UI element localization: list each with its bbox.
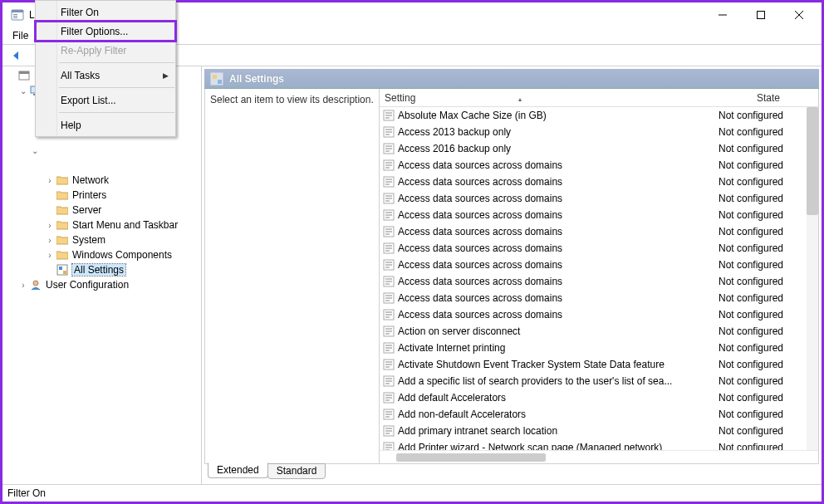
list-item[interactable]: Absolute Max Cache Size (in GB)Not confi… <box>380 107 818 124</box>
tree-all-settings[interactable]: All Settings <box>4 262 199 277</box>
collapse-icon[interactable]: ⌄ <box>29 146 41 155</box>
list-item[interactable]: Access data sources across domainsNot co… <box>380 207 818 223</box>
tree-windows-components[interactable]: › Windows Components <box>4 247 199 262</box>
setting-state: Not configured <box>719 276 818 287</box>
setting-name: Access data sources across domains <box>398 259 719 271</box>
list-item[interactable]: Access data sources across domainsNot co… <box>380 290 818 306</box>
expand-icon[interactable]: › <box>44 236 56 245</box>
tree-user-config[interactable]: › User Configuration <box>4 277 199 292</box>
back-button[interactable] <box>7 47 24 64</box>
expand-icon[interactable]: › <box>17 281 29 290</box>
setting-state: Not configured <box>719 259 818 271</box>
tree-system[interactable]: › System <box>4 232 199 247</box>
list-item[interactable]: Add a specific list of search providers … <box>380 373 818 389</box>
list-item[interactable]: Access data sources across domainsNot co… <box>380 190 818 207</box>
menu-context-help[interactable]: Help <box>36 115 175 135</box>
setting-state: Not configured <box>719 375 818 387</box>
maximize-button[interactable] <box>742 3 780 27</box>
folder-icon <box>56 248 69 262</box>
setting-state: Not configured <box>719 193 818 204</box>
expand-icon[interactable]: › <box>44 251 56 260</box>
col-state[interactable]: State <box>719 91 818 105</box>
horizontal-scrollbar[interactable] <box>380 450 818 463</box>
list-item[interactable]: Activate Shutdown Event Tracker System S… <box>380 356 818 373</box>
list-item[interactable]: Access data sources across domainsNot co… <box>380 257 818 273</box>
policy-icon <box>17 69 31 82</box>
menu-filter-options[interactable]: Filter Options... <box>36 22 175 41</box>
policy-item-icon <box>383 392 395 404</box>
tree-start-menu[interactable]: › Start Menu and Taskbar <box>4 218 199 232</box>
svg-rect-18 <box>213 75 217 79</box>
setting-state: Not configured <box>719 226 818 237</box>
list-item[interactable]: Access 2013 backup onlyNot configured <box>380 124 818 140</box>
list-item[interactable]: Access data sources across domainsNot co… <box>380 157 818 174</box>
policy-item-icon <box>383 309 395 321</box>
vertical-scrollbar[interactable] <box>807 107 818 450</box>
list-item[interactable]: Activate Internet printingNot configured <box>380 340 818 356</box>
setting-name: Access data sources across domains <box>398 226 719 237</box>
policy-item-icon <box>383 259 395 271</box>
list-item[interactable]: Action on server disconnectNot configure… <box>380 323 818 340</box>
app-icon <box>11 8 24 22</box>
svg-rect-1 <box>12 10 23 12</box>
setting-name: Access data sources across domains <box>398 159 719 171</box>
list-item[interactable]: Access data sources across domainsNot co… <box>380 240 818 257</box>
policy-item-icon <box>383 359 395 370</box>
svg-rect-2 <box>13 14 17 15</box>
policy-item-icon <box>383 292 395 304</box>
svg-rect-14 <box>59 267 62 270</box>
policy-item-icon <box>383 193 395 204</box>
folder-icon <box>56 174 69 187</box>
setting-name: Activate Shutdown Event Tracker System S… <box>398 359 719 370</box>
minimize-button[interactable] <box>704 3 742 27</box>
list-item[interactable]: Add default AcceleratorsNot configured <box>380 389 818 406</box>
setting-name: Access 2013 backup only <box>398 126 719 138</box>
list-item[interactable]: Access data sources across domainsNot co… <box>380 306 818 323</box>
menu-filter-on[interactable]: Filter On <box>36 2 175 22</box>
tree-server[interactable]: Server <box>4 203 199 218</box>
list-item[interactable]: Add Printer wizard - Network scan page (… <box>380 439 818 450</box>
setting-state: Not configured <box>719 242 818 254</box>
svg-rect-4 <box>13 17 17 18</box>
collapse-icon[interactable]: ⌄ <box>17 86 29 95</box>
tree-network[interactable]: › Network <box>4 173 199 188</box>
tree-expand-noop[interactable]: ⌄ <box>4 143 199 158</box>
folder-icon <box>56 218 69 232</box>
expand-icon[interactable]: › <box>44 176 56 185</box>
submenu-arrow-icon: ▶ <box>163 71 169 80</box>
status-bar: Filter On <box>2 485 822 502</box>
detail-header: All Settings <box>204 69 819 89</box>
setting-name: Add non-default Accelerators <box>398 409 719 420</box>
list-item[interactable]: Add primary intranet search locationNot … <box>380 423 818 439</box>
list-body[interactable]: Absolute Max Cache Size (in GB)Not confi… <box>380 107 818 450</box>
setting-state: Not configured <box>719 359 818 370</box>
list-item[interactable]: Add non-default AcceleratorsNot configur… <box>380 406 818 423</box>
tree-printers[interactable]: Printers <box>4 188 199 203</box>
menu-export-list[interactable]: Export List... <box>36 91 175 110</box>
tab-extended[interactable]: Extended <box>208 462 268 478</box>
scroll-thumb[interactable] <box>807 107 818 215</box>
setting-name: Access data sources across domains <box>398 193 719 204</box>
scroll-thumb[interactable] <box>396 453 546 462</box>
menu-separator <box>59 62 174 63</box>
action-context-menu: Filter On Filter Options... Re-Apply Fil… <box>35 0 176 137</box>
expand-icon[interactable]: › <box>44 221 56 230</box>
col-setting[interactable]: Setting▴ <box>380 91 719 105</box>
settings-node-icon <box>56 263 69 276</box>
status-text: Filter On <box>7 487 46 499</box>
svg-rect-15 <box>63 271 66 274</box>
tab-standard[interactable]: Standard <box>267 463 326 479</box>
close-button[interactable] <box>780 3 818 27</box>
menu-file[interactable]: File <box>6 28 35 43</box>
svg-rect-10 <box>19 71 29 74</box>
list-item[interactable]: Access data sources across domainsNot co… <box>380 223 818 240</box>
folder-icon <box>56 203 69 217</box>
settings-list-panel: Setting▴ State Absolute Max Cache Size (… <box>380 89 818 463</box>
list-item[interactable]: Access data sources across domainsNot co… <box>380 273 818 290</box>
menu-all-tasks[interactable]: All Tasks▶ <box>36 66 175 85</box>
list-item[interactable]: Access 2016 backup onlyNot configured <box>380 140 818 157</box>
list-item[interactable]: Access data sources across domainsNot co… <box>380 174 818 190</box>
setting-state: Not configured <box>719 425 818 437</box>
setting-name: Add default Accelerators <box>398 392 719 404</box>
user-icon <box>29 278 42 291</box>
